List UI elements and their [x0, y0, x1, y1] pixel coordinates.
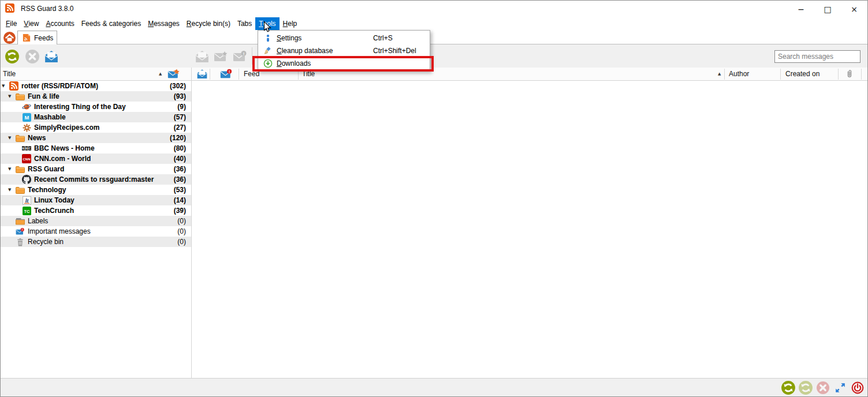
menubar-item-file[interactable]: File [2, 17, 20, 30]
msg-created-column-header[interactable]: Created on [785, 68, 819, 80]
column-headers: Title ▲ ! Feed Title ▲ Author Created on [0, 68, 868, 81]
window-title: RSS Guard 3.8.0 [21, 5, 73, 13]
close-button[interactable]: × [841, 1, 867, 17]
feed-list-item-linux-today[interactable]: ltLinux Today(14) [0, 195, 191, 205]
status-stop-update-button [816, 381, 830, 395]
feed-unread-count: (57) [174, 113, 186, 121]
svg-text:C: C [29, 147, 31, 150]
feed-list-item-important-messages[interactable]: !Important messages(0) [0, 226, 191, 237]
menubar-item-recycle-bin-s[interactable]: Recycle bin(s) [183, 17, 234, 30]
menubar-item-messages[interactable]: Messages [144, 17, 183, 30]
app-rss-icon [5, 3, 16, 14]
msg-sort-asc-icon: ▲ [718, 68, 721, 80]
status-fullscreen-toggle-button[interactable] [833, 381, 847, 395]
header-separator [239, 69, 239, 80]
expander-icon[interactable]: ▼ [8, 188, 11, 192]
status-update-feeds-button[interactable] [781, 381, 795, 395]
search-input[interactable] [774, 50, 860, 63]
feed-list-item-cnn-com-world[interactable]: CNNCNN.com - World(40) [0, 153, 191, 164]
feed-label: rotter (RSS/RDF/ATOM) [21, 82, 98, 90]
menubar-item-feeds-categories[interactable]: Feeds & categories [78, 17, 144, 30]
home-tab[interactable] [2, 31, 16, 44]
feed-label: RSS Guard [28, 165, 64, 173]
feed-label: News [28, 134, 46, 142]
msg-author-column-header[interactable]: Author [729, 68, 749, 80]
mail-open-icon [44, 50, 59, 63]
feed-list-item-rotter-rss-rdf-atom[interactable]: ▼rotter (RSS/RDF/ATOM)(302) [0, 81, 191, 91]
feed-list-item-mashable[interactable]: MMashable(57) [0, 112, 191, 122]
expander-icon[interactable]: ▼ [8, 94, 11, 99]
feed-unread-count: (36) [174, 175, 186, 183]
feed-label: Important messages [28, 227, 91, 235]
mark-message-starred-button [213, 48, 229, 64]
tab-feeds-label: Feeds [34, 34, 53, 42]
feed-list-item-rss-guard[interactable]: ▼RSS Guard(36) [0, 164, 191, 174]
feed-list-item-technology[interactable]: ▼Technology(53) [0, 185, 191, 195]
svg-text:B: B [25, 147, 28, 150]
svg-text:B: B [22, 147, 24, 150]
expander-icon[interactable]: ▼ [2, 84, 5, 88]
status-update-selected-feeds-button [799, 381, 813, 395]
mashable-icon: M [22, 113, 31, 122]
rss-icon [9, 81, 18, 91]
stop-update-button [24, 48, 40, 64]
refresh-green-icon [781, 380, 796, 395]
feed-list-item-simplyrecipes-com[interactable]: SimplyRecipes.com(27) [0, 122, 191, 133]
msg-read-column-header[interactable] [196, 68, 208, 80]
menubar-item-tools[interactable]: Tools [255, 17, 279, 30]
update-all-feeds-button[interactable] [4, 48, 20, 64]
feed-unread-count: (9) [177, 103, 186, 111]
mail-star-gray-icon [214, 50, 229, 63]
feed-label: Mashable [34, 113, 66, 121]
feed-list-item-bbc-news-home[interactable]: BBCBBC News - Home(80) [0, 143, 191, 153]
minimize-button[interactable]: − [788, 1, 814, 17]
tabbar: Feeds [0, 30, 868, 44]
techcrunch-icon: TC [22, 206, 31, 215]
mail-star-blue-icon [167, 69, 180, 80]
refresh-green-icon [798, 380, 813, 395]
feed-list: ▼rotter (RSS/RDF/ATOM)(302)▼Fun & life(9… [0, 81, 191, 247]
toolbar: ! [0, 44, 868, 68]
feed-list-item-interesting-thing-of-the-day[interactable]: Interesting Thing of the Day(9) [0, 102, 191, 112]
svg-text:TC: TC [24, 208, 30, 214]
svg-text:!: ! [22, 228, 23, 231]
refresh-icon [5, 49, 20, 64]
feed-list-item-recycle-bin[interactable]: Recycle bin(0) [0, 237, 191, 247]
mail-important-blue-icon: ! [16, 227, 25, 236]
tab-feeds[interactable]: Feeds [17, 31, 57, 44]
feed-unread-count: (0) [177, 227, 186, 235]
feed-unread-count: (39) [174, 207, 186, 215]
menubar-item-tabs[interactable]: Tabs [234, 17, 255, 30]
panel-separator[interactable] [191, 68, 192, 378]
menubar-item-help[interactable]: Help [280, 17, 301, 30]
recyclebin-icon [16, 237, 25, 246]
feed-label: CNN.com - World [34, 155, 91, 163]
maximize-button[interactable]: □ [814, 1, 841, 17]
feed-list-item-fun-life[interactable]: ▼Fun & life(93) [0, 91, 191, 102]
feed-list-item-labels[interactable]: Labels(0) [0, 216, 191, 226]
main-area: ▼rotter (RSS/RDF/ATOM)(302)▼Fun & life(9… [0, 81, 868, 378]
menu-item-settings[interactable]: SettingsCtrl+S [258, 32, 430, 44]
folder-icon [16, 164, 25, 174]
svg-text:!: ! [229, 69, 230, 73]
feed-unread-count: (36) [174, 165, 186, 173]
menubar-item-accounts[interactable]: Accounts [42, 17, 77, 30]
feed-list-item-techcrunch[interactable]: TCTechCrunch(39) [0, 205, 191, 216]
feed-unread-count: (53) [174, 186, 186, 194]
expander-icon[interactable]: ▼ [8, 136, 11, 140]
feed-list-item-news[interactable]: ▼News(120) [0, 133, 191, 143]
msg-attachment-column-header[interactable] [845, 68, 854, 80]
menubar: FileViewAccountsFeeds & categoriesMessag… [0, 17, 868, 30]
msg-importance-column-header[interactable]: ! [220, 68, 233, 80]
feed-title-column-header[interactable]: Title [3, 68, 16, 80]
mark-all-read-button[interactable] [43, 48, 59, 64]
expander-icon[interactable]: ▼ [8, 167, 11, 171]
status-quit-power-button[interactable] [851, 381, 865, 395]
message-list-empty-area [192, 81, 868, 378]
feed-label: Labels [28, 217, 48, 225]
feed-unread-count: (120) [170, 134, 186, 142]
feed-list-item-recent-commits-to-rssguard-master[interactable]: Recent Commits to rssguard:master(36) [0, 174, 191, 185]
menubar-item-view[interactable]: View [20, 17, 42, 30]
menu-item-cleanup-database[interactable]: Cleanup databaseCtrl+Shift+Del [258, 44, 430, 57]
feed-counts-column-header[interactable] [167, 68, 180, 80]
